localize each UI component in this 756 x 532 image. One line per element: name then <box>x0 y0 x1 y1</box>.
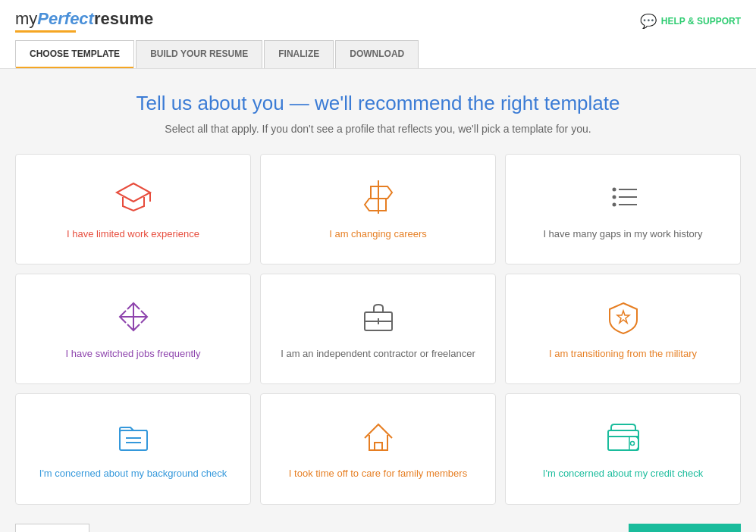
help-label: HELP & SUPPORT <box>661 16 741 27</box>
logo: myPerfectresume <box>15 9 153 33</box>
help-support-button[interactable]: 💬 HELP & SUPPORT <box>640 13 741 30</box>
logo-resume: resume <box>94 9 153 28</box>
logo-perfect: Perfect <box>37 9 94 28</box>
shield-icon <box>604 297 643 336</box>
svg-marker-0 <box>117 183 150 202</box>
wallet-icon <box>604 417 643 456</box>
tab-finalize[interactable]: FINALIZE <box>264 40 334 68</box>
card-background-check-label: I'm concerned about my background check <box>39 467 227 480</box>
folder-icon <box>114 417 153 456</box>
header: myPerfectresume 💬 HELP & SUPPORT CHOOSE … <box>0 0 756 69</box>
card-changing-careers[interactable]: I am changing careers <box>260 154 496 264</box>
help-icon: 💬 <box>640 13 657 30</box>
nav-tabs: CHOOSE TEMPLATE BUILD YOUR RESUME FINALI… <box>0 40 756 68</box>
svg-rect-15 <box>120 430 147 450</box>
svg-point-20 <box>630 442 634 446</box>
page-title: Tell us about you — we'll recommend the … <box>15 92 741 115</box>
logo-my: my <box>15 9 37 28</box>
svg-rect-18 <box>375 443 382 450</box>
arrows-icon <box>114 297 153 336</box>
svg-marker-14 <box>617 311 629 323</box>
card-credit-check-label: I'm concerned about my credit check <box>543 467 703 480</box>
save-next-button[interactable]: SAVE & NEXT <box>629 524 741 532</box>
card-military[interactable]: I am transitioning from the military <box>505 274 741 384</box>
svg-point-3 <box>612 188 616 192</box>
card-gaps-history[interactable]: I have many gaps in my work history <box>505 154 741 264</box>
tab-download[interactable]: DOWNLOAD <box>335 40 419 68</box>
card-background-check[interactable]: I'm concerned about my background check <box>15 393 251 504</box>
svg-rect-19 <box>608 430 638 450</box>
main-content: Tell us about you — we'll recommend the … <box>0 69 756 532</box>
graduation-icon <box>114 177 153 217</box>
card-family-care-label: I took time off to care for family membe… <box>289 467 467 480</box>
cards-grid: I have limited work experience I am chan… <box>15 154 741 505</box>
briefcase-icon <box>359 297 398 336</box>
card-family-care[interactable]: I took time off to care for family membe… <box>260 393 496 504</box>
back-button[interactable]: BACK <box>15 524 89 532</box>
tab-choose-template[interactable]: CHOOSE TEMPLATE <box>15 40 134 68</box>
logo-underline <box>15 30 76 33</box>
card-switched-jobs[interactable]: I have switched jobs frequently <box>15 274 251 384</box>
page-subtitle: Select all that apply. If you don't see … <box>15 123 741 135</box>
card-limited-work[interactable]: I have limited work experience <box>15 154 251 264</box>
tab-build-resume[interactable]: BUILD YOUR RESUME <box>136 40 262 68</box>
signpost-icon <box>359 177 398 217</box>
buttons-row: BACK SAVE & NEXT <box>15 524 741 532</box>
card-contractor[interactable]: I am an independent contractor or freela… <box>260 274 496 384</box>
card-limited-work-label: I have limited work experience <box>67 227 199 241</box>
house-icon <box>359 417 398 456</box>
card-changing-careers-label: I am changing careers <box>329 227 427 241</box>
card-military-label: I am transitioning from the military <box>549 347 697 361</box>
card-contractor-label: I am an independent contractor or freela… <box>281 347 475 361</box>
card-switched-jobs-label: I have switched jobs frequently <box>66 347 201 361</box>
svg-point-7 <box>612 203 616 207</box>
list-icon <box>604 177 643 217</box>
svg-point-5 <box>612 196 616 199</box>
card-credit-check[interactable]: I'm concerned about my credit check <box>505 393 741 504</box>
card-gaps-history-label: I have many gaps in my work history <box>543 227 702 241</box>
